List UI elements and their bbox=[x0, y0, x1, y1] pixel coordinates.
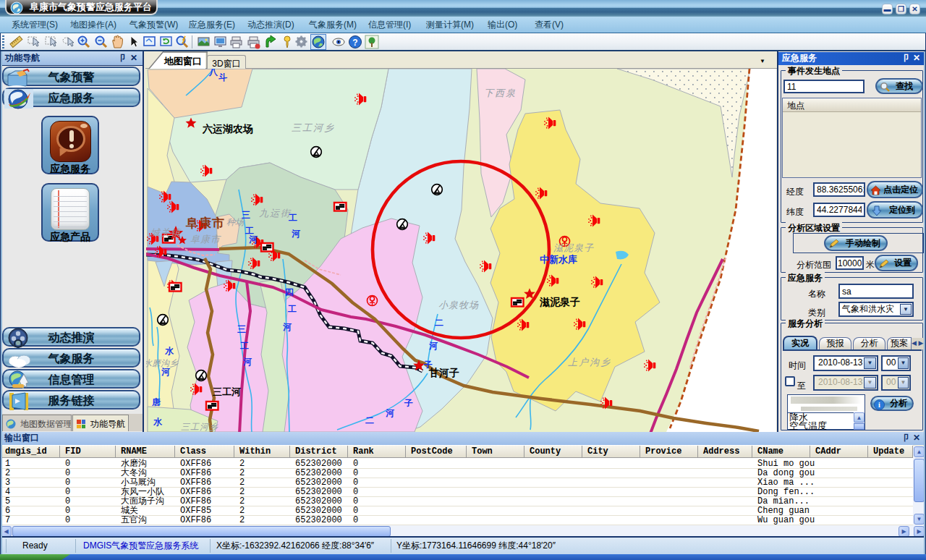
svg-text:河: 河 bbox=[243, 357, 252, 367]
svg-text:河: 河 bbox=[161, 367, 170, 377]
svg-text:工: 工 bbox=[287, 304, 297, 314]
svg-text:上户沟乡: 上户沟乡 bbox=[568, 357, 611, 368]
svg-text:工: 工 bbox=[288, 213, 297, 223]
svg-text:三: 三 bbox=[242, 210, 250, 220]
svg-text:?: ? bbox=[352, 38, 357, 48]
svg-text:下西泉: 下西泉 bbox=[484, 88, 517, 98]
svg-text:三工河: 三工河 bbox=[213, 386, 241, 397]
svg-text:滋泥泉子: 滋泥泉子 bbox=[539, 296, 580, 307]
svg-text:河: 河 bbox=[292, 229, 300, 239]
svg-text:小泉牧场: 小泉牧场 bbox=[438, 300, 479, 310]
svg-text:子: 子 bbox=[404, 398, 413, 408]
svg-text:子: 子 bbox=[423, 360, 433, 370]
svg-text:i: i bbox=[878, 401, 880, 409]
svg-text:六运湖农场: 六运湖农场 bbox=[202, 123, 253, 135]
svg-text:九运街: 九运街 bbox=[259, 208, 292, 219]
svg-text:水: 水 bbox=[153, 417, 163, 427]
svg-text:河: 河 bbox=[429, 341, 438, 351]
svg-text:河: 河 bbox=[249, 234, 258, 245]
svg-text:阜康市: 阜康市 bbox=[185, 216, 225, 230]
svg-text:斗: 斗 bbox=[218, 72, 228, 82]
svg-text:城关镇: 城关镇 bbox=[150, 227, 182, 238]
svg-text:四: 四 bbox=[285, 287, 294, 297]
svg-text:中新水库: 中新水库 bbox=[540, 254, 577, 265]
svg-text:唐: 唐 bbox=[151, 397, 161, 407]
svg-text:二: 二 bbox=[365, 415, 374, 425]
svg-text:三: 三 bbox=[237, 324, 246, 334]
svg-text:河: 河 bbox=[283, 322, 292, 332]
svg-text:三工河乡: 三工河乡 bbox=[292, 122, 335, 133]
svg-text:水: 水 bbox=[164, 346, 174, 356]
svg-text:八: 八 bbox=[208, 69, 218, 77]
svg-text:滋泥泉子: 滋泥泉子 bbox=[553, 242, 594, 253]
svg-text:工: 工 bbox=[239, 341, 249, 351]
svg-text:甘河子: 甘河子 bbox=[428, 367, 459, 378]
svg-text:三工河乡: 三工河乡 bbox=[181, 422, 218, 432]
svg-text:阜康市: 阜康市 bbox=[190, 234, 221, 245]
svg-text:河: 河 bbox=[386, 408, 394, 418]
svg-text:二: 二 bbox=[435, 318, 443, 328]
